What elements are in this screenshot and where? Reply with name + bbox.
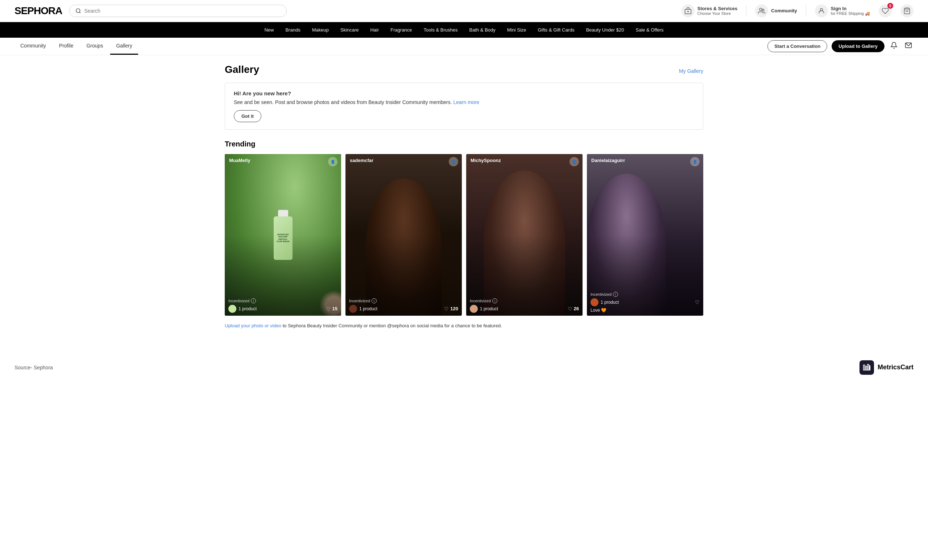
incentivized-badge: Incentivized i — [228, 298, 337, 304]
upload-to-gallery-button[interactable]: Upload to Gallery — [832, 40, 884, 52]
card-username: MichySpoonz — [470, 158, 501, 163]
card-bottom-row: 1 product ♡ — [591, 298, 700, 306]
info-icon: i — [492, 298, 498, 304]
stores-services-button[interactable]: Stores & Services Choose Your Store — [682, 5, 738, 17]
bell-icon — [890, 42, 897, 49]
gallery-grid: SUPERFOODSKIN DRIPSMOOTH+GLOW SERUM MuaM… — [225, 154, 703, 316]
card-footer: Incentivized i 1 product ♡ 26 — [466, 295, 583, 316]
count-number: 15 — [333, 306, 337, 311]
heart-count: ♡ 26 — [568, 306, 579, 312]
card-overlay — [466, 154, 583, 316]
gallery-card-2[interactable]: sademcfar 👤 Incentivized i 1 product ♡ 1… — [345, 154, 462, 316]
upload-link[interactable]: Upload your photo or video — [225, 323, 281, 328]
product-avatar — [470, 305, 478, 313]
nav-makeup[interactable]: Makeup — [306, 22, 334, 38]
nav-fragrance[interactable]: Fragrance — [385, 22, 418, 38]
sub-nav-actions: Start a Conversation Upload to Gallery — [768, 40, 914, 52]
product-count: 1 product — [359, 306, 377, 311]
gallery-card-4[interactable]: Danielaizaguirr 👤 Incentivized i 1 produ… — [587, 154, 703, 316]
nav-bath[interactable]: Bath & Body — [464, 22, 501, 38]
metricscart-logo — [859, 360, 874, 375]
source-footer: Source- Sephora MetricsCart — [0, 352, 928, 383]
card-avatar-top: 👤 — [569, 157, 579, 166]
gallery-card-3[interactable]: MichySpoonz 👤 Incentivized i 1 product ♡… — [466, 154, 583, 316]
card-avatar-top: 👤 — [690, 157, 700, 166]
metricscart-brand: MetricsCart — [859, 360, 914, 375]
svg-point-0 — [76, 9, 80, 13]
wishlist-count-badge: 0 — [887, 3, 893, 9]
card-product: 1 product — [470, 305, 498, 313]
gallery-card-1[interactable]: SUPERFOODSKIN DRIPSMOOTH+GLOW SERUM MuaM… — [225, 154, 341, 316]
card-bottom-row: 1 product ♡ 120 — [349, 305, 458, 313]
tab-community[interactable]: Community — [14, 38, 52, 55]
product-count: 1 product — [601, 300, 619, 305]
heart-icon: ♡ — [695, 299, 700, 305]
nav-hair[interactable]: Hair — [364, 22, 385, 38]
notifications-button[interactable] — [889, 40, 899, 52]
community-button[interactable]: Community — [755, 5, 797, 17]
got-it-button[interactable]: Got it — [234, 110, 261, 122]
heart-count: ♡ 15 — [326, 306, 337, 312]
start-conversation-button[interactable]: Start a Conversation — [768, 40, 827, 52]
brand-logo[interactable]: SEPHORA — [14, 5, 62, 17]
nav-mini[interactable]: Mini Size — [501, 22, 532, 38]
nav-gifts[interactable]: Gifts & Gift Cards — [532, 22, 580, 38]
nav-beauty-under[interactable]: Beauty Under $20 — [580, 22, 630, 38]
learn-more-link[interactable]: Learn more — [453, 99, 479, 105]
cart-button[interactable] — [901, 5, 914, 17]
card-footer: Incentivized i 1 product ♡ 15 — [225, 295, 341, 316]
svg-point-5 — [760, 8, 762, 11]
incentivized-badge: Incentivized i — [349, 298, 458, 304]
main-content: Gallery My Gallery Hi! Are you new here?… — [210, 55, 718, 337]
card-bottom-row: 1 product ♡ 15 — [228, 305, 337, 313]
product-avatar — [228, 305, 237, 313]
divider — [746, 5, 746, 17]
card-footer: Incentivized i 1 product ♡ 120 — [345, 295, 462, 316]
nav-sale[interactable]: Sale & Offers — [630, 22, 669, 38]
heart-count: ♡ — [695, 299, 700, 305]
divider — [806, 5, 806, 17]
card-overlay — [345, 154, 462, 316]
messages-button[interactable] — [904, 40, 914, 52]
svg-rect-10 — [864, 365, 865, 370]
love-text: Love 🧡 — [591, 308, 700, 313]
stores-line1: Stores & Services — [698, 6, 738, 12]
upload-note-text: to Sephora Beauty Insider Community or m… — [281, 323, 502, 328]
stores-line2: Choose Your Store — [698, 11, 738, 16]
card-username: sademcfar — [350, 158, 373, 163]
nav-new[interactable]: New — [258, 22, 279, 38]
nav-brands[interactable]: Brands — [279, 22, 306, 38]
wishlist-button[interactable]: 0 — [879, 5, 892, 17]
store-icon — [682, 5, 694, 17]
tab-groups[interactable]: Groups — [81, 38, 109, 55]
product-avatar — [591, 298, 598, 306]
info-icon: i — [251, 298, 256, 304]
info-box: Hi! Are you new here? See and be seen. P… — [225, 82, 703, 130]
community-icon — [755, 5, 768, 17]
svg-rect-13 — [869, 365, 870, 370]
my-gallery-link[interactable]: My Gallery — [679, 68, 703, 74]
nav-skincare[interactable]: Skincare — [334, 22, 365, 38]
card-username: Danielaizaguirr — [591, 158, 625, 163]
count-number: 26 — [574, 306, 579, 311]
mail-icon — [905, 42, 912, 49]
svg-rect-12 — [867, 364, 869, 371]
card-product: 1 product — [228, 305, 256, 313]
nav-tools[interactable]: Tools & Brushes — [418, 22, 464, 38]
site-header: SEPHORA Stores & Services Choose Your St… — [0, 0, 928, 22]
card-avatar-top: 👤 — [328, 157, 337, 166]
search-bar[interactable] — [69, 5, 287, 17]
signin-icon — [815, 5, 828, 17]
community-label: Community — [771, 8, 797, 14]
heart-icon: ♡ — [444, 306, 449, 312]
heart-icon: ♡ — [326, 306, 331, 312]
tab-profile[interactable]: Profile — [53, 38, 79, 55]
main-navigation: New Brands Makeup Skincare Hair Fragranc… — [0, 22, 928, 38]
signin-line1: Sign In — [831, 6, 870, 12]
tab-gallery[interactable]: Gallery — [110, 38, 138, 55]
sub-navigation: Community Profile Groups Gallery Start a… — [0, 38, 928, 55]
info-box-text: See and be seen. Post and browse photos … — [234, 99, 694, 105]
search-input[interactable] — [84, 8, 281, 14]
signin-button[interactable]: Sign In for FREE Shipping 🚚 — [815, 5, 870, 17]
svg-point-6 — [762, 9, 764, 11]
